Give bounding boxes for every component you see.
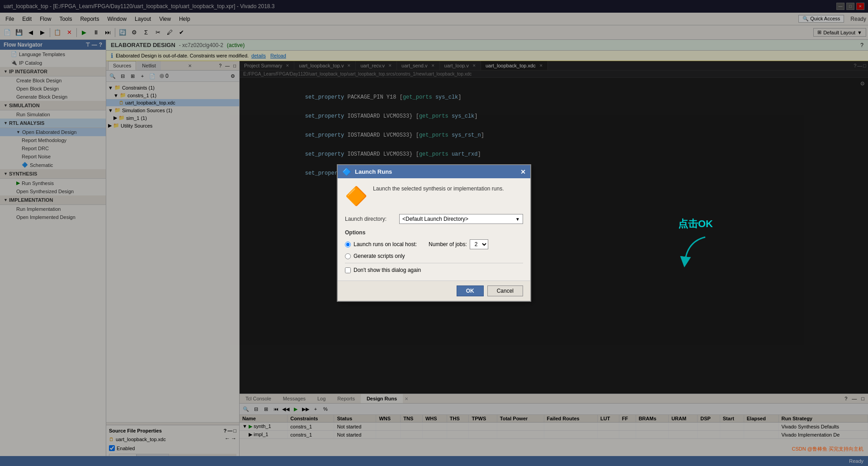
jobs-label: Number of jobs:: [429, 241, 467, 247]
dialog-launch-dir-select[interactable]: <Default Launch Directory> ▼: [399, 214, 523, 224]
dialog-ok-button[interactable]: OK: [457, 285, 484, 296]
dialog-radio2-label: Generate scripts only: [354, 253, 405, 259]
dialog-body: 🔶 Launch the selected synthesis or imple…: [338, 178, 530, 281]
dialog-title-label: Launch Runs: [355, 168, 392, 175]
dialog-radio1-row: Launch runs on local host: Number of job…: [345, 239, 523, 249]
dialog-options-label: Options: [345, 229, 523, 236]
dialog-checkbox-row: Don't show this dialog again: [345, 263, 523, 273]
dialog-dont-show-label: Don't show this dialog again: [354, 267, 421, 273]
launch-runs-dialog: 🔷 Launch Runs ✕ 🔶 Launch the selected sy…: [337, 164, 531, 302]
watermark: CSDN @鲁棒鱼 买完支持向主机: [792, 446, 863, 452]
dialog-message: Launch the selected synthesis or impleme…: [373, 185, 504, 192]
dialog-launch-dir-label: Launch directory:: [345, 216, 399, 222]
dialog-buttons: OK Cancel: [338, 281, 530, 301]
dialog-titlebar: 🔷 Launch Runs ✕: [338, 165, 530, 178]
dialog-options-section: Options Launch runs on local host: Numbe…: [345, 229, 523, 273]
dialog-overlay: 🔷 Launch Runs ✕ 🔶 Launch the selected sy…: [0, 0, 868, 466]
dialog-jobs-select[interactable]: 2 4 8: [470, 239, 488, 249]
dialog-radio-scripts[interactable]: [345, 253, 351, 259]
dialog-cancel-button[interactable]: Cancel: [487, 285, 523, 296]
dialog-radio1-label: Launch runs on local host:: [354, 241, 417, 247]
dialog-launch-dir-value: <Default Launch Directory>: [402, 216, 468, 222]
dialog-vivado-logo: 🔶: [345, 185, 368, 207]
dialog-close-button[interactable]: ✕: [520, 168, 526, 176]
dialog-launch-dir-row: Launch directory: <Default Launch Direct…: [345, 214, 523, 224]
dialog-message-row: 🔶 Launch the selected synthesis or imple…: [345, 185, 523, 207]
dialog-radio2-row: Generate scripts only: [345, 253, 523, 259]
dialog-radio-local[interactable]: [345, 242, 351, 247]
dialog-vivado-icon: 🔷: [342, 167, 351, 176]
dialog-select-arrow: ▼: [515, 217, 520, 222]
dialog-dont-show-checkbox[interactable]: [345, 267, 351, 273]
dialog-title-content: 🔷 Launch Runs: [342, 167, 392, 176]
